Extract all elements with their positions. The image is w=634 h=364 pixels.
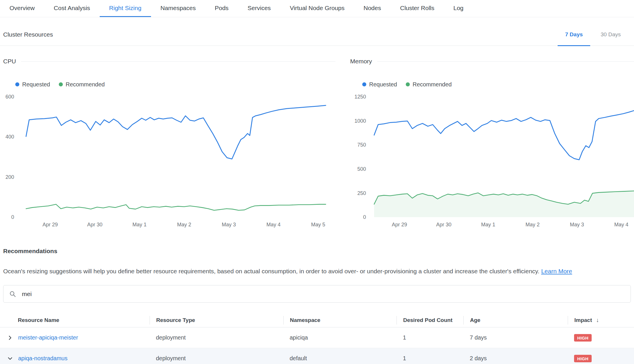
svg-text:May 3: May 3: [222, 222, 236, 227]
table-header-row: Resource Name Resource Type Namespace De…: [0, 313, 634, 327]
cluster-resources-title: Cluster Resources: [3, 31, 53, 38]
svg-text:May 2: May 2: [177, 222, 191, 227]
tab-services[interactable]: Services: [238, 0, 280, 17]
range-option-30-days[interactable]: 30 Days: [593, 31, 628, 46]
description-text: Ocean's resizing suggestions will help y…: [3, 268, 539, 274]
impact-badge: HIGH: [574, 355, 592, 362]
svg-text:Apr 29: Apr 29: [392, 222, 407, 227]
cpu-chart-panel: CPU Requested Recommended 0200400600Apr …: [3, 57, 335, 229]
legend-item-requested: Requested: [362, 81, 397, 88]
legend-item-requested: Requested: [15, 81, 50, 88]
tab-cluster-rolls[interactable]: Cluster Rolls: [390, 0, 444, 17]
svg-text:Apr 30: Apr 30: [87, 222, 102, 227]
svg-text:May 1: May 1: [132, 222, 146, 227]
svg-text:500: 500: [357, 166, 366, 172]
recommendations-description: Ocean's resizing suggestions will help y…: [3, 268, 631, 275]
impact-badge: HIGH: [574, 334, 592, 342]
svg-text:May 3: May 3: [570, 222, 584, 227]
cpu-chart-title: CPU: [3, 58, 16, 65]
age-cell: 7 days: [463, 334, 568, 341]
memory-chart-legend: Requested Recommended: [362, 80, 634, 88]
svg-text:0: 0: [363, 214, 366, 220]
recommendations-table: Resource Name Resource Type Namespace De…: [0, 313, 634, 364]
memory-line-chart: 025050075010001250Apr 29Apr 30May 1May 2…: [350, 91, 634, 229]
legend-label: Recommended: [413, 81, 452, 88]
sort-desc-icon[interactable]: ↓: [596, 317, 599, 323]
column-header-desired-pod-count[interactable]: Desired Pod Count: [397, 316, 463, 325]
collapse-chevron-down-icon[interactable]: [7, 355, 16, 362]
svg-text:400: 400: [5, 134, 14, 140]
resource-type-cell: deployment: [150, 334, 283, 341]
cluster-resources-header: Cluster Resources 7 Days 30 Days: [0, 17, 634, 46]
learn-more-link[interactable]: Learn More: [541, 268, 572, 274]
svg-text:May 1: May 1: [481, 222, 495, 227]
svg-text:1000: 1000: [354, 118, 366, 124]
resource-name-link[interactable]: apiqa-nostradamus: [18, 355, 67, 362]
tab-cost-analysis[interactable]: Cost Analysis: [44, 0, 100, 17]
legend-item-recommended: Recommended: [59, 81, 105, 88]
memory-chart-panel: Memory Requested Recommended 02505007501…: [350, 57, 634, 229]
recommended-legend-dot-icon: [59, 82, 63, 86]
legend-item-recommended: Recommended: [406, 81, 452, 88]
requested-legend-dot-icon: [362, 82, 366, 86]
search-icon: [9, 291, 16, 297]
namespace-cell: default: [283, 355, 397, 362]
namespace-cell: apiciqa: [283, 334, 397, 341]
column-header-age[interactable]: Age: [463, 316, 568, 325]
divider: [21, 61, 335, 62]
search-input[interactable]: [16, 291, 625, 297]
recommended-legend-dot-icon: [406, 82, 410, 86]
legend-label: Requested: [22, 81, 50, 88]
desired-pod-count-cell: 1: [397, 355, 463, 362]
column-header-impact[interactable]: Impact↓: [568, 316, 634, 325]
resource-name-link[interactable]: meister-apiciqa-meister: [18, 334, 78, 341]
svg-text:May 2: May 2: [525, 222, 539, 227]
tab-pods[interactable]: Pods: [205, 0, 238, 17]
table-row: meister-apiciqa-meister deployment apici…: [0, 327, 634, 348]
svg-text:Apr 29: Apr 29: [42, 222, 58, 227]
svg-text:200: 200: [5, 174, 14, 180]
svg-text:600: 600: [5, 94, 14, 100]
svg-text:250: 250: [357, 190, 366, 196]
desired-pod-count-cell: 1: [397, 334, 463, 341]
cpu-chart-legend: Requested Recommended: [15, 80, 335, 88]
legend-label: Recommended: [66, 81, 105, 88]
tab-log[interactable]: Log: [444, 0, 473, 17]
tab-namespaces[interactable]: Namespaces: [151, 0, 205, 17]
svg-text:750: 750: [357, 142, 366, 148]
column-header-namespace[interactable]: Namespace: [283, 316, 397, 325]
tab-nodes[interactable]: Nodes: [354, 0, 391, 17]
tab-overview[interactable]: Overview: [0, 0, 44, 17]
charts-row: CPU Requested Recommended 0200400600Apr …: [0, 57, 634, 229]
range-option-7-days[interactable]: 7 Days: [558, 31, 590, 46]
svg-text:May 5: May 5: [311, 222, 325, 227]
top-nav: Overview Cost Analysis Right Sizing Name…: [0, 0, 634, 17]
column-header-resource-type[interactable]: Resource Type: [150, 316, 283, 325]
resource-type-cell: deployment: [150, 355, 283, 362]
column-header-resource-name[interactable]: Resource Name: [0, 316, 150, 325]
svg-text:May 4: May 4: [614, 222, 628, 227]
time-range-toggle: 7 Days 30 Days: [558, 31, 628, 46]
cpu-line-chart: 0200400600Apr 29Apr 30May 1May 2May 3May…: [3, 91, 335, 229]
divider: [377, 61, 634, 62]
recommendations-section: Recommendations Ocean's resizing suggest…: [0, 248, 634, 364]
svg-text:May 4: May 4: [266, 222, 280, 227]
recommendations-title: Recommendations: [3, 248, 631, 255]
svg-text:1250: 1250: [354, 94, 366, 100]
expand-chevron-right-icon[interactable]: [7, 335, 16, 341]
requested-legend-dot-icon: [15, 82, 19, 86]
search-box[interactable]: [3, 285, 631, 303]
svg-text:0: 0: [11, 214, 14, 220]
svg-text:Apr 30: Apr 30: [436, 222, 451, 227]
age-cell: 2 days: [463, 355, 568, 362]
tab-virtual-node-groups[interactable]: Virtual Node Groups: [280, 0, 354, 17]
tab-right-sizing[interactable]: Right Sizing: [100, 0, 151, 17]
legend-label: Requested: [369, 81, 397, 88]
table-row: apiqa-nostradamus deployment default 1 2…: [0, 348, 634, 364]
memory-chart-title: Memory: [350, 58, 372, 65]
